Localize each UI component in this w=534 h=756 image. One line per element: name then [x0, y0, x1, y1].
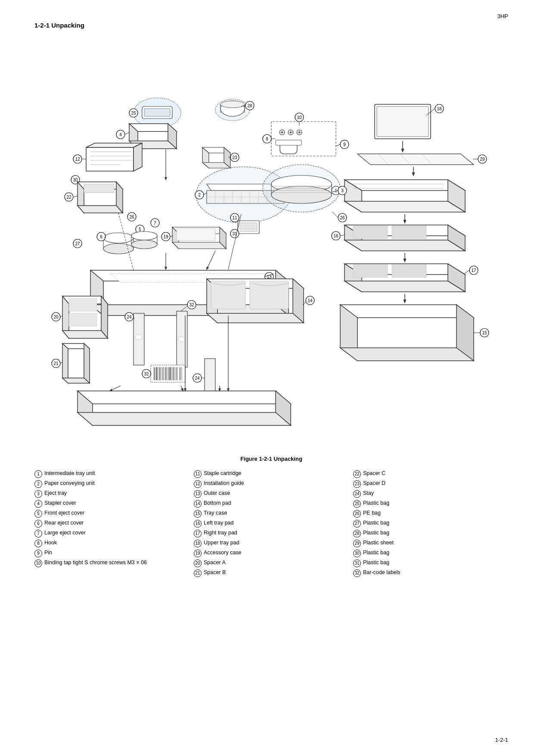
part-number: 27	[353, 520, 361, 528]
part-number: 5	[34, 510, 42, 518]
part-number: 1	[34, 470, 42, 478]
list-item: 24Stay	[353, 490, 504, 498]
list-item: 32Bar-code labels	[353, 569, 504, 577]
svg-rect-184	[240, 223, 257, 231]
figure-caption: Figure 1-2-1 Unpacking	[34, 456, 508, 462]
part-name: Installation guide	[204, 480, 345, 487]
list-item: 5Front eject cover	[34, 509, 185, 518]
list-item: 11Staple cartridge	[194, 470, 345, 478]
part-name: Spacer B	[204, 569, 345, 577]
part-name: Bottom pad	[204, 500, 345, 507]
svg-text:19: 19	[163, 234, 168, 239]
list-item: 26PE bag	[353, 509, 504, 518]
svg-marker-8	[357, 154, 474, 165]
svg-marker-265	[207, 313, 304, 323]
parts-column-1: 1Intermediate tray unit2Paper conveying …	[34, 470, 189, 579]
part-number: 21	[194, 569, 202, 577]
part-name: Binding tap tight S chrome screws M3 × 0…	[44, 559, 185, 567]
svg-marker-202	[62, 331, 108, 338]
list-item: 1Intermediate tray unit	[34, 470, 185, 478]
part-number: 13	[194, 490, 202, 498]
list-item: 16Left tray pad	[194, 519, 345, 528]
part-number: 24	[353, 490, 361, 498]
list-item: 12Installation guide	[194, 480, 345, 488]
svg-text:26: 26	[340, 216, 345, 220]
list-item: 3Eject tray	[34, 490, 185, 498]
svg-marker-75	[134, 143, 142, 171]
diagram-container: 18 29	[34, 37, 508, 451]
svg-rect-55	[144, 109, 170, 116]
part-name: Stapler cover	[44, 500, 185, 507]
svg-text:28: 28	[247, 103, 252, 108]
part-number: 4	[34, 500, 42, 508]
part-number: 3	[34, 490, 42, 498]
svg-rect-41	[392, 265, 426, 278]
list-item: 10Binding tap tight S chrome screws M3 ×…	[34, 559, 185, 567]
page-container: 3HP 1-2-1 Unpacking 18	[0, 0, 534, 756]
svg-marker-49	[340, 348, 474, 361]
part-name: Bar-code labels	[363, 569, 504, 577]
list-item: 30Plastic bag	[353, 549, 504, 557]
list-item: 25Plastic bag	[353, 500, 504, 508]
list-item: 14Bottom pad	[194, 500, 345, 508]
svg-text:11: 11	[232, 216, 237, 220]
part-number: 26	[353, 510, 361, 518]
part-number: 6	[34, 520, 42, 528]
list-item: 4Stapler cover	[34, 500, 185, 508]
part-name: Upper tray pad	[204, 539, 345, 547]
svg-text:26: 26	[129, 215, 134, 219]
svg-text:32: 32	[189, 303, 194, 307]
part-number: 16	[194, 520, 202, 528]
part-number: 19	[194, 550, 202, 557]
svg-rect-150	[84, 184, 114, 193]
part-number: 31	[353, 559, 361, 567]
part-number: 17	[194, 530, 202, 537]
part-name: Outer case	[204, 490, 345, 497]
svg-rect-96	[276, 140, 301, 145]
part-name: Staple cartridge	[204, 470, 345, 478]
part-name: Hook	[44, 539, 185, 547]
svg-text:32: 32	[144, 372, 149, 376]
part-name: Eject tray	[44, 490, 185, 497]
svg-text:24: 24	[195, 376, 200, 381]
part-name: Right tray pad	[204, 529, 345, 537]
svg-text:3: 3	[341, 188, 344, 193]
part-name: Plastic bag	[363, 559, 504, 567]
part-number: 28	[353, 530, 361, 537]
svg-rect-40	[353, 265, 388, 278]
part-name: Tray case	[204, 509, 345, 517]
part-number: 29	[353, 540, 361, 547]
svg-text:18: 18	[437, 106, 442, 111]
part-number: 18	[194, 540, 202, 547]
part-name: Plastic sheet	[363, 539, 504, 547]
svg-rect-83	[271, 122, 336, 156]
item-31: 31	[230, 229, 239, 238]
list-item: 17Right tray pad	[194, 529, 345, 537]
part-number: 22	[353, 470, 361, 478]
svg-point-164	[131, 231, 157, 240]
svg-text:14: 14	[307, 298, 313, 303]
part-name: Pin	[44, 549, 185, 557]
part-name: Spacer C	[363, 470, 504, 478]
list-item: 2Paper conveying unit	[34, 480, 185, 488]
part-name: Plastic bag	[363, 500, 504, 507]
svg-marker-209	[62, 344, 68, 383]
parts-list: 1Intermediate tray unit2Paper conveying …	[34, 470, 508, 579]
part-name: Large eject cover	[44, 529, 185, 537]
part-name: PE bag	[363, 509, 504, 517]
part-name: Plastic bag	[363, 549, 504, 557]
svg-text:27: 27	[75, 241, 80, 246]
part-number: 20	[194, 559, 202, 567]
svg-text:7: 7	[154, 221, 156, 225]
part-name: Spacer A	[204, 559, 345, 567]
svg-marker-19	[345, 201, 465, 212]
list-item: 20Spacer A	[194, 559, 345, 567]
svg-marker-258	[78, 412, 291, 425]
svg-marker-149	[78, 206, 123, 213]
svg-rect-204	[69, 313, 97, 326]
part-name: Accessory case	[204, 549, 345, 557]
part-name: Stay	[363, 490, 504, 497]
part-name: Rear eject cover	[44, 519, 185, 527]
list-item: 9Pin	[34, 549, 185, 557]
svg-point-163	[103, 244, 134, 254]
